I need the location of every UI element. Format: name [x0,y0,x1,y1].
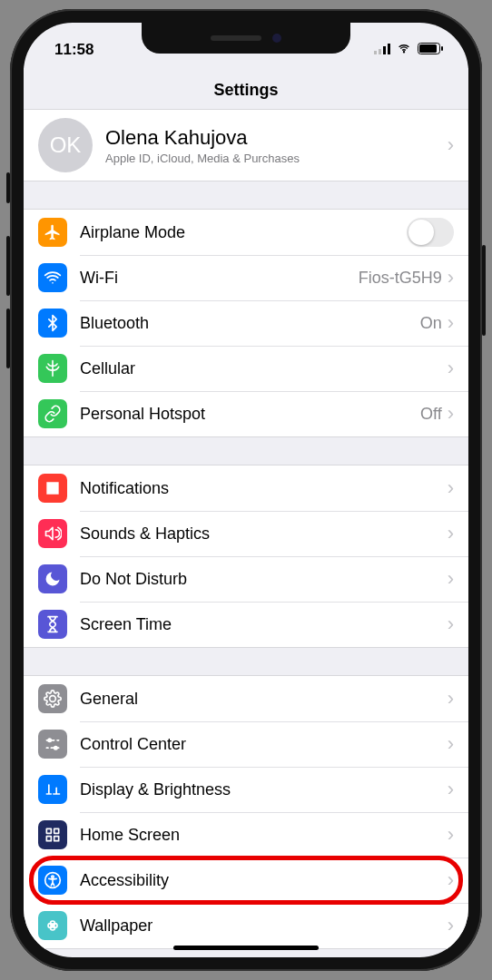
chevron-right-icon: › [448,569,454,589]
wifi-value: Fios-tG5H9 [359,269,442,288]
controlcenter-row[interactable]: Control Center› [24,721,468,767]
hotspot-label: Personal Hotspot [80,405,420,424]
general-row[interactable]: General› [24,676,468,721]
wifi-icon [38,263,67,292]
airplane-toggle[interactable] [407,218,454,247]
link-icon [38,399,67,428]
chevron-right-icon: › [448,614,454,634]
hourglass-icon [38,610,67,639]
bluetooth-value: On [420,314,442,333]
gear-icon [38,684,67,713]
cellular-signal-icon [374,41,390,59]
display-row[interactable]: Display & Brightness› [24,767,468,812]
notifications-row[interactable]: Notifications› [24,466,468,511]
homescreen-label: Home Screen [80,826,448,845]
wifi-signal-icon [396,41,412,59]
chevron-right-icon: › [448,779,454,799]
airplane-label: Airplane Mode [80,223,407,242]
bluetooth-icon [38,309,67,338]
svg-rect-7 [441,46,443,51]
svg-rect-2 [383,46,386,54]
chevron-right-icon: › [448,268,454,288]
controlcenter-label: Control Center [80,735,448,754]
general-label: General [80,690,448,709]
svg-rect-6 [419,44,437,53]
wallpaper-label: Wallpaper [80,916,448,936]
homescreen-row[interactable]: Home Screen› [24,812,468,858]
text-size-icon [38,775,67,804]
hotspot-value: Off [420,405,442,424]
svg-point-4 [403,52,404,53]
page-title: Settings [24,68,468,109]
screentime-row[interactable]: Screen Time› [24,602,468,647]
chevron-right-icon: › [448,825,454,845]
wifi-label: Wi-Fi [80,269,359,288]
wifi-row[interactable]: Wi-FiFios-tG5H9› [24,255,468,300]
status-time: 11:58 [54,41,93,59]
chevron-right-icon: › [448,916,454,936]
grid-icon [38,820,67,849]
avatar: OK [38,118,93,172]
profile-subtitle: Apple ID, iCloud, Media & Purchases [105,152,448,165]
accessibility-icon [38,866,67,895]
profile-row[interactable]: OK Olena Kahujova Apple ID, iCloud, Medi… [24,110,468,181]
switches-icon [38,730,67,759]
airplane-icon [38,218,67,247]
flower-icon [38,911,67,940]
cellular-row[interactable]: Cellular› [24,346,468,391]
cellular-label: Cellular [80,359,448,378]
screentime-label: Screen Time [80,615,448,634]
svg-rect-1 [379,49,381,54]
chevron-right-icon: › [448,313,454,333]
notifications-label: Notifications [80,479,448,498]
airplane-row[interactable]: Airplane Mode [24,210,468,255]
profile-name: Olena Kahujova [105,126,448,150]
notification-icon [38,474,67,503]
home-indicator[interactable] [173,946,319,950]
chevron-right-icon: › [448,478,454,498]
battery-icon [418,41,443,59]
chevron-right-icon: › [448,135,454,155]
bluetooth-row[interactable]: BluetoothOn› [24,300,468,346]
dnd-label: Do Not Disturb [80,570,448,589]
chevron-right-icon: › [448,524,454,544]
accessibility-label: Accessibility [80,871,448,890]
sounds-label: Sounds & Haptics [80,524,448,544]
sounds-row[interactable]: Sounds & Haptics› [24,511,468,556]
antenna-icon [38,354,67,383]
accessibility-row[interactable]: Accessibility› [24,858,468,903]
wallpaper-row[interactable]: Wallpaper› [24,903,468,948]
chevron-right-icon: › [448,404,454,424]
dnd-row[interactable]: Do Not Disturb› [24,556,468,602]
chevron-right-icon: › [448,870,454,890]
hotspot-row[interactable]: Personal HotspotOff› [24,391,468,436]
svg-rect-0 [374,51,377,54]
svg-rect-3 [388,44,390,54]
bluetooth-label: Bluetooth [80,314,420,333]
moon-icon [38,564,67,593]
chevron-right-icon: › [448,734,454,754]
display-label: Display & Brightness [80,780,448,799]
chevron-right-icon: › [448,689,454,709]
chevron-right-icon: › [448,358,454,378]
speaker-icon [38,519,67,548]
